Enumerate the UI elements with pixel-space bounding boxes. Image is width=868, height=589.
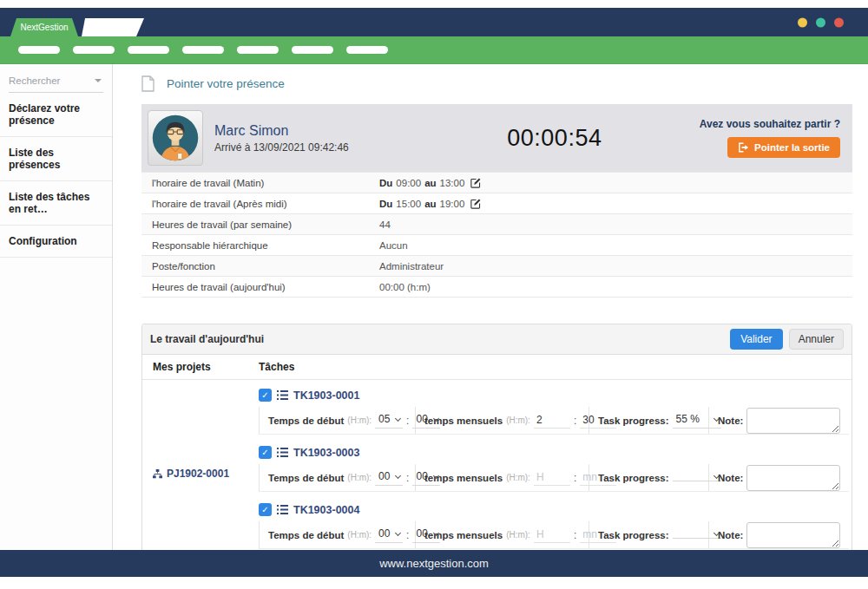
presence-card: Marc Simon Arrivé à 13/09/2021 09:42:46 … [141, 104, 852, 172]
start-time-label: Temps de début [268, 530, 344, 540]
task-row: ✓ TK1903-0004 Temps de début [259, 501, 849, 549]
note-textarea[interactable] [746, 522, 840, 548]
work-info-table: l'horaire de travail (Matin) Du 09:00 au… [141, 172, 852, 298]
cancel-button[interactable]: Annuler [789, 329, 844, 350]
time-separator: : [574, 472, 576, 484]
avatar[interactable] [148, 110, 203, 166]
task-title-row: ✓ TK1903-0001 [259, 387, 849, 403]
start-time-group: Temps de début (H:m): 00 : 00 [260, 521, 416, 548]
nav-pill-4[interactable] [182, 46, 224, 54]
project-item[interactable]: PJ1902-0001 [142, 380, 259, 550]
presence-timer: 00:00:54 [410, 125, 700, 152]
start-hour-select[interactable]: 00 [375, 527, 403, 543]
brand-tab[interactable]: NextGestion [10, 18, 78, 36]
clock-out-button-label: Pointer la sortie [754, 142, 830, 153]
value-part: 19:00 [440, 199, 465, 209]
start-hour-value: 05 [378, 413, 390, 425]
task-fields-row: Temps de début (H:m): 00 : 00 [259, 521, 849, 549]
start-hour-value: 00 [378, 470, 390, 482]
main-content: Pointer votre présence [113, 64, 868, 550]
clock-out-button[interactable]: Pointer la sortie [727, 137, 840, 158]
start-time-label: Temps de début [268, 473, 344, 483]
nav-pill-1[interactable] [18, 46, 60, 54]
row-label: l'horaire de travail (Matin) [141, 178, 379, 188]
validate-button[interactable]: Valider [730, 329, 782, 350]
start-hour-select[interactable]: 00 [375, 469, 403, 486]
note-label: Note: [718, 530, 743, 540]
window-titlebar: NextGestion [0, 8, 868, 36]
nav-pill-5[interactable] [237, 46, 279, 54]
column-headers: Mes projets Tâches [142, 355, 852, 380]
task-id-link[interactable]: TK1903-0001 [293, 389, 359, 402]
todays-work-body: PJ1902-0001 ✓ TK1903-0001 [142, 380, 852, 550]
edit-icon[interactable] [470, 199, 481, 209]
row-label: Heures de travail (par semaine) [141, 219, 379, 230]
chevron-down-icon [395, 472, 401, 478]
nav-pill-2[interactable] [73, 46, 115, 54]
start-time-group: Temps de début (H:m): 05 : 00 [260, 407, 416, 434]
task-title-row: ✓ TK1903-0003 [259, 444, 849, 461]
nav-pill-3[interactable] [128, 46, 169, 54]
task-fields-row: Temps de début (H:m): 05 : 00 [259, 407, 849, 435]
tasks-column: ✓ TK1903-0001 Temps de début [259, 380, 856, 550]
table-row: Heures de travail (par semaine) 44 [141, 214, 852, 235]
edit-icon[interactable] [470, 178, 481, 188]
user-identity: Marc Simon Arrivé à 13/09/2021 09:42:46 [214, 123, 410, 154]
start-time-unit: (H:m): [347, 416, 372, 425]
task-progress-group: Task progress: [589, 521, 709, 548]
window-controls [798, 17, 844, 27]
start-time-label: Temps de début [268, 416, 344, 426]
page-title: Pointer votre présence [167, 77, 285, 90]
monthly-time-unit: (H:m): [506, 416, 530, 425]
monthly-hours-input[interactable] [534, 469, 570, 486]
monthly-hours-input[interactable] [534, 527, 570, 543]
task-progress-label: Task progress: [598, 530, 669, 540]
nav-pill-7[interactable] [346, 46, 388, 54]
task-id-link[interactable]: TK1903-0004 [293, 504, 359, 516]
inactive-tab[interactable] [82, 18, 144, 36]
task-checkbox[interactable]: ✓ [259, 389, 272, 402]
todays-work-header: Le travail d'aujourd'hui Valider Annuler [142, 324, 852, 355]
value-part: Du [379, 178, 392, 188]
sign-out-icon [738, 142, 749, 153]
note-textarea[interactable] [746, 408, 840, 434]
document-icon [141, 75, 155, 92]
window-control-red-icon[interactable] [834, 17, 844, 27]
task-progress-group: Task progress: 55 % [589, 407, 709, 434]
sitemap-icon [153, 469, 162, 479]
start-hour-select[interactable]: 05 [375, 412, 403, 429]
sidebar-item-configuration[interactable]: Configuration [0, 226, 112, 258]
start-time-unit: (H:m): [347, 530, 372, 540]
value-part: 15:00 [396, 199, 421, 209]
sidebar-item-liste-des-presences[interactable]: Liste des présences [0, 137, 112, 181]
start-time-unit: (H:m): [347, 473, 372, 482]
search-placeholder: Rechercher [9, 75, 60, 86]
start-time-group: Temps de début (H:m): 00 : 00 [260, 464, 416, 491]
window-control-teal-icon[interactable] [816, 17, 825, 27]
row-label: l'horaire de travail (Après midi) [141, 199, 379, 209]
task-checkbox[interactable]: ✓ [259, 503, 272, 516]
nav-pill-6[interactable] [292, 46, 333, 54]
user-name: Marc Simon [214, 123, 410, 139]
page-title-row: Pointer votre présence [141, 75, 852, 92]
monthly-hours-input[interactable] [534, 412, 570, 429]
table-row: l'horaire de travail (Après midi) Du 15:… [141, 193, 852, 214]
value-part: au [424, 199, 436, 209]
task-list-icon [277, 505, 288, 514]
leave-question: Avez vous souhaitez partir ? [700, 118, 840, 130]
sidebar-item-liste-des-taches[interactable]: Liste des tâches en ret… [0, 181, 112, 226]
footer-url[interactable]: www.nextgestion.com [379, 557, 489, 570]
task-progress-group: Task progress: [589, 464, 709, 491]
sidebar: Rechercher Déclarez votre présence Liste… [0, 64, 113, 550]
task-checkbox[interactable]: ✓ [259, 446, 272, 459]
row-value: Du 09:00 au 13:00 [379, 178, 481, 188]
task-id-link[interactable]: TK1903-0003 [293, 447, 359, 459]
note-group: Note: [709, 521, 849, 548]
note-textarea[interactable] [746, 465, 840, 491]
row-label: Poste/fonction [141, 261, 379, 272]
sidebar-item-declarez-votre-presence[interactable]: Déclarez votre présence [0, 93, 112, 137]
note-label: Note: [718, 473, 743, 483]
search-select[interactable]: Rechercher [9, 75, 103, 93]
monthly-time-group: temps mensuels (H:m): : [416, 464, 589, 491]
window-control-yellow-icon[interactable] [798, 17, 807, 27]
